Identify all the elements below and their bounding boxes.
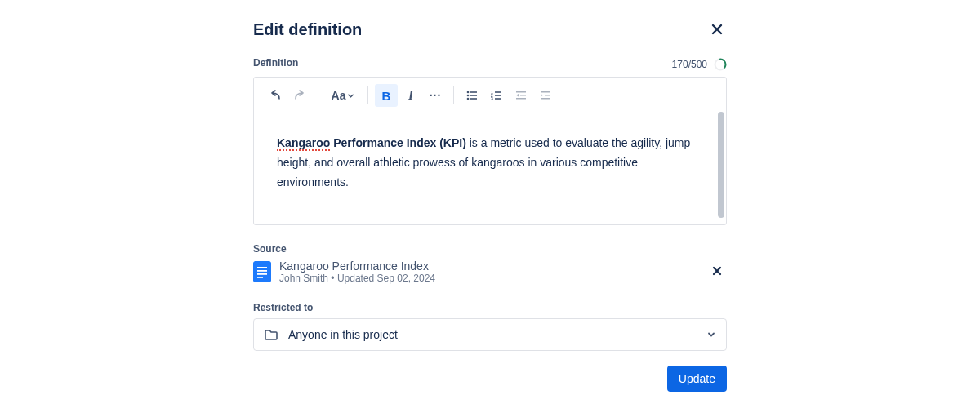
svg-rect-16 — [516, 98, 526, 100]
toolbar-separator — [453, 86, 454, 104]
indent-icon — [539, 89, 552, 102]
svg-rect-18 — [545, 95, 550, 96]
remove-source-button[interactable] — [707, 262, 727, 282]
definition-header: Definition 170/500 — [253, 57, 727, 72]
close-icon — [710, 23, 724, 36]
bold-icon: B — [382, 89, 391, 103]
numbered-list-button[interactable]: 123 — [485, 84, 508, 107]
svg-rect-13 — [495, 98, 501, 100]
char-counter: 170/500 — [672, 58, 727, 71]
source-info: Kangaroo Performance Index John Smith • … — [279, 259, 699, 284]
chevron-down-icon — [706, 330, 716, 339]
modal-header: Edit definition — [253, 20, 727, 39]
folder-icon — [264, 327, 278, 342]
svg-rect-3 — [470, 91, 477, 93]
svg-rect-5 — [470, 95, 477, 96]
text-style-label: Aa — [332, 89, 346, 102]
content-bold-rest: Performance Index (KPI) — [330, 136, 466, 149]
definition-label: Definition — [253, 57, 298, 69]
bullet-list-button[interactable] — [461, 84, 483, 107]
svg-text:3: 3 — [491, 96, 493, 101]
undo-button[interactable] — [264, 84, 287, 107]
numbered-list-icon: 123 — [490, 89, 503, 102]
toolbar-separator — [318, 86, 318, 104]
source-row: Kangaroo Performance Index John Smith • … — [253, 259, 727, 284]
restricted-label: Restricted to — [253, 302, 727, 313]
restricted-value: Anyone in this project — [288, 328, 697, 341]
svg-rect-11 — [495, 95, 501, 96]
bullet-list-icon — [466, 89, 479, 102]
restricted-select[interactable]: Anyone in this project — [253, 318, 727, 351]
editor-textarea[interactable]: Kangaroo Performance Index (KPI) is a me… — [254, 114, 726, 224]
source-label: Source — [253, 243, 727, 255]
redo-button[interactable] — [288, 84, 311, 107]
document-icon — [253, 261, 271, 282]
indent-button[interactable] — [534, 84, 557, 107]
svg-rect-14 — [516, 91, 526, 93]
svg-point-2 — [467, 91, 470, 94]
modal-footer: Update — [253, 366, 727, 392]
definition-editor: Aa B I ··· 123 — [253, 77, 727, 225]
italic-icon: I — [408, 88, 413, 103]
chevron-down-icon — [347, 92, 354, 100]
modal-title: Edit definition — [253, 20, 362, 39]
outdent-button[interactable] — [510, 84, 532, 107]
svg-rect-19 — [541, 98, 550, 100]
redo-icon — [293, 89, 306, 102]
source-title: Kangaroo Performance Index — [279, 259, 699, 273]
char-count-text: 170/500 — [672, 59, 707, 70]
scrollbar-thumb[interactable] — [718, 112, 724, 218]
source-section: Source Kangaroo Performance Index John S… — [253, 243, 727, 284]
svg-rect-23 — [257, 273, 267, 275]
editor-toolbar: Aa B I ··· 123 — [254, 78, 726, 114]
svg-rect-22 — [257, 270, 267, 272]
svg-rect-9 — [495, 91, 501, 93]
italic-button[interactable]: I — [399, 84, 422, 107]
content-bold-misspelled: Kangaroo — [277, 136, 330, 151]
more-formatting-button[interactable]: ··· — [424, 84, 447, 107]
close-button[interactable] — [707, 20, 727, 39]
svg-rect-7 — [470, 98, 477, 100]
svg-point-4 — [467, 95, 470, 97]
svg-rect-17 — [541, 91, 550, 93]
svg-rect-21 — [257, 267, 267, 268]
close-icon — [711, 265, 723, 277]
svg-rect-20 — [253, 261, 271, 282]
progress-ring-icon — [714, 58, 727, 71]
edit-definition-modal: Edit definition Definition 170/500 Aa — [253, 20, 727, 408]
text-style-button[interactable]: Aa — [325, 84, 361, 107]
svg-rect-24 — [257, 277, 263, 278]
undo-icon — [269, 89, 282, 102]
bold-button[interactable]: B — [375, 84, 398, 107]
toolbar-separator — [368, 86, 368, 104]
svg-rect-15 — [520, 95, 526, 96]
svg-point-6 — [467, 98, 470, 100]
more-icon: ··· — [430, 89, 442, 102]
restricted-section: Restricted to Anyone in this project — [253, 302, 727, 351]
source-meta: John Smith • Updated Sep 02, 2024 — [279, 273, 699, 284]
update-button[interactable]: Update — [667, 366, 727, 392]
outdent-icon — [514, 89, 528, 102]
